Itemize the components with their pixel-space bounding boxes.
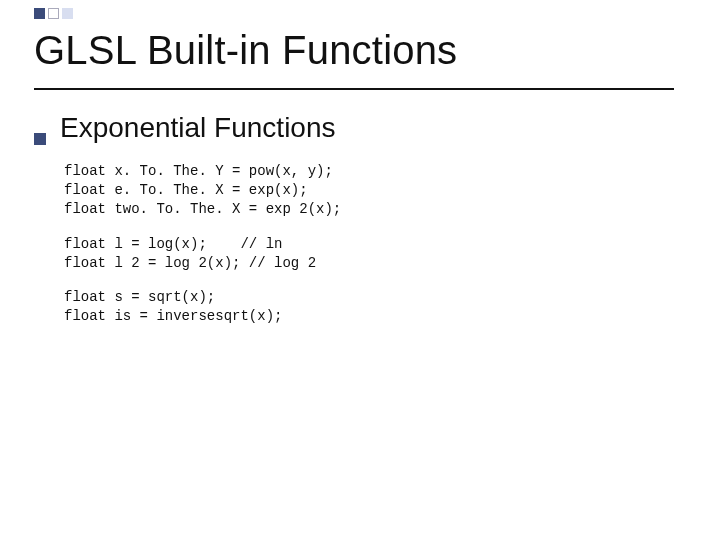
slide-body: Exponential Functions float x. To. The. … [34, 112, 680, 342]
code-text: float l = log(x); // ln float l 2 = log … [64, 235, 680, 273]
section-heading: Exponential Functions [60, 112, 336, 144]
accent-square-icon [48, 8, 59, 19]
code-block: float s = sqrt(x); float is = inversesqr… [64, 288, 680, 326]
bullet-item: Exponential Functions [34, 112, 680, 144]
square-bullet-icon [34, 133, 46, 145]
accent-squares [34, 8, 73, 19]
code-text: float x. To. The. Y = pow(x, y); float e… [64, 162, 680, 219]
title-underline [34, 88, 674, 90]
code-block: float l = log(x); // ln float l 2 = log … [64, 235, 680, 273]
accent-square-icon [62, 8, 73, 19]
accent-square-icon [34, 8, 45, 19]
page-title: GLSL Built-in Functions [34, 28, 680, 73]
code-text: float s = sqrt(x); float is = inversesqr… [64, 288, 680, 326]
slide: GLSL Built-in Functions Exponential Func… [0, 0, 720, 540]
code-block: float x. To. The. Y = pow(x, y); float e… [64, 162, 680, 219]
